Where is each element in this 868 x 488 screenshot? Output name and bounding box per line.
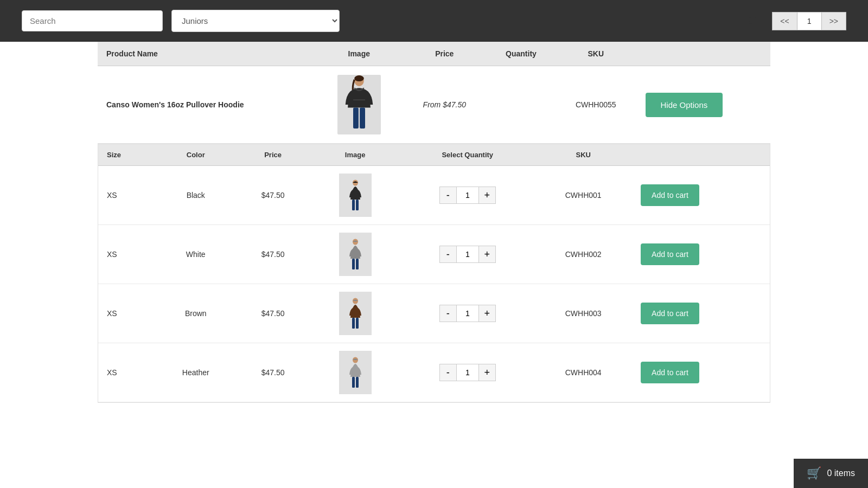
product-name-cell: Canso Women's 16oz Pullover Hoodie xyxy=(98,66,316,144)
svg-rect-3 xyxy=(353,108,359,129)
next-page-button[interactable]: >> xyxy=(821,12,846,30)
svg-rect-16 xyxy=(356,377,359,388)
main-content: Product Name Image Price Quantity SKU Ca… xyxy=(98,42,770,403)
opt-price: $47.50 xyxy=(236,343,310,402)
options-row: XS Black $47.50 - + xyxy=(98,166,770,225)
qty-stepper: - + xyxy=(409,305,526,322)
opt-price: $47.50 xyxy=(236,284,310,343)
product-row: Canso Women's 16oz Pullover Hoodie xyxy=(98,66,770,144)
qty-minus-button[interactable]: - xyxy=(439,246,457,263)
product-sku-cell: CWHH0055 xyxy=(555,66,636,144)
product-table: Product Name Image Price Quantity SKU Ca… xyxy=(98,42,770,144)
col-price: Price xyxy=(402,42,487,66)
opt-size: XS xyxy=(98,284,155,343)
prev-page-button[interactable]: << xyxy=(772,12,797,30)
qty-input[interactable] xyxy=(457,246,478,263)
header: Juniors Womens Mens Youth 🖨 << 1 >> xyxy=(0,0,868,42)
add-to-cart-button[interactable]: Add to cart xyxy=(641,184,699,206)
print-icon[interactable]: 🖨 xyxy=(744,12,759,30)
opt-qty-cell: - + xyxy=(400,284,534,343)
qty-plus-button[interactable]: + xyxy=(478,187,496,204)
svg-rect-12 xyxy=(352,318,355,329)
opt-col-price: Price xyxy=(236,144,310,166)
opt-color: Heather xyxy=(155,343,236,402)
opt-image xyxy=(310,284,400,343)
options-row: XS White $47.50 - + xyxy=(98,225,770,284)
col-quantity: Quantity xyxy=(487,42,555,66)
product-price-cell: From $47.50 xyxy=(402,66,487,144)
svg-rect-6 xyxy=(352,200,355,210)
qty-stepper: - + xyxy=(409,246,526,263)
opt-color: Brown xyxy=(155,284,236,343)
opt-col-size: Size xyxy=(98,144,155,166)
opt-col-color: Color xyxy=(155,144,236,166)
opt-price: $47.50 xyxy=(236,166,310,225)
qty-stepper: - + xyxy=(409,187,526,204)
product-action-cell: Hide Options xyxy=(637,66,770,144)
qty-plus-button[interactable]: + xyxy=(478,305,496,322)
svg-rect-15 xyxy=(352,377,355,388)
pagination: << 1 >> xyxy=(772,12,846,30)
opt-qty-cell: - + xyxy=(400,343,534,402)
product-name: Canso Women's 16oz Pullover Hoodie xyxy=(106,100,244,109)
add-to-cart-button[interactable]: Add to cart xyxy=(641,303,699,324)
opt-image xyxy=(310,225,400,284)
product-image-cell xyxy=(316,66,402,144)
opt-action: Add to cart xyxy=(632,284,770,343)
qty-stepper: - + xyxy=(409,364,526,381)
options-row: XS Heather $47.50 - + xyxy=(98,343,770,402)
product-image xyxy=(337,75,381,134)
opt-sku: CWHH003 xyxy=(534,284,632,343)
svg-rect-10 xyxy=(356,259,359,269)
add-to-cart-button[interactable]: Add to cart xyxy=(641,243,699,265)
col-product-name: Product Name xyxy=(98,42,316,66)
opt-sku: CWHH004 xyxy=(534,343,632,402)
opt-color: Black xyxy=(155,166,236,225)
opt-sku: CWHH001 xyxy=(534,166,632,225)
search-input[interactable] xyxy=(22,10,163,31)
qty-input[interactable] xyxy=(457,305,478,322)
qty-minus-button[interactable]: - xyxy=(439,364,457,381)
opt-image xyxy=(310,343,400,402)
add-to-cart-button[interactable]: Add to cart xyxy=(641,362,699,383)
opt-action: Add to cart xyxy=(632,225,770,284)
opt-thumb xyxy=(339,174,372,217)
options-table: Size Color Price Image Select Quantity S… xyxy=(98,144,770,402)
opt-color: White xyxy=(155,225,236,284)
opt-size: XS xyxy=(98,343,155,402)
current-page: 1 xyxy=(797,12,821,30)
opt-price: $47.50 xyxy=(236,225,310,284)
options-wrapper: Size Color Price Image Select Quantity S… xyxy=(98,144,770,403)
opt-qty-cell: - + xyxy=(400,225,534,284)
col-image: Image xyxy=(316,42,402,66)
opt-action: Add to cart xyxy=(632,343,770,402)
product-price: From $47.50 xyxy=(423,100,466,109)
opt-thumb xyxy=(339,292,372,335)
svg-rect-7 xyxy=(356,200,359,210)
options-row: XS Brown $47.50 - + xyxy=(98,284,770,343)
opt-col-sku: SKU xyxy=(534,144,632,166)
cart-items-count: 0 items xyxy=(827,468,855,478)
opt-col-qty: Select Quantity xyxy=(400,144,534,166)
cart-float[interactable]: 🛒 0 items xyxy=(794,459,868,488)
hide-options-button[interactable]: Hide Options xyxy=(646,93,723,117)
cart-icon: 🛒 xyxy=(807,466,821,480)
svg-rect-4 xyxy=(360,108,365,129)
opt-image xyxy=(310,166,400,225)
qty-input[interactable] xyxy=(457,364,478,381)
qty-minus-button[interactable]: - xyxy=(439,305,457,322)
svg-rect-13 xyxy=(356,318,359,329)
opt-sku: CWHH002 xyxy=(534,225,632,284)
opt-size: XS xyxy=(98,225,155,284)
opt-action: Add to cart xyxy=(632,166,770,225)
opt-col-image: Image xyxy=(310,144,400,166)
qty-plus-button[interactable]: + xyxy=(478,246,496,263)
qty-minus-button[interactable]: - xyxy=(439,187,457,204)
qty-input[interactable] xyxy=(457,187,478,204)
qty-plus-button[interactable]: + xyxy=(478,364,496,381)
opt-thumb xyxy=(339,351,372,394)
product-quantity-cell xyxy=(487,66,555,144)
col-sku: SKU xyxy=(555,42,636,66)
category-select[interactable]: Juniors Womens Mens Youth xyxy=(171,10,340,32)
opt-qty-cell: - + xyxy=(400,166,534,225)
